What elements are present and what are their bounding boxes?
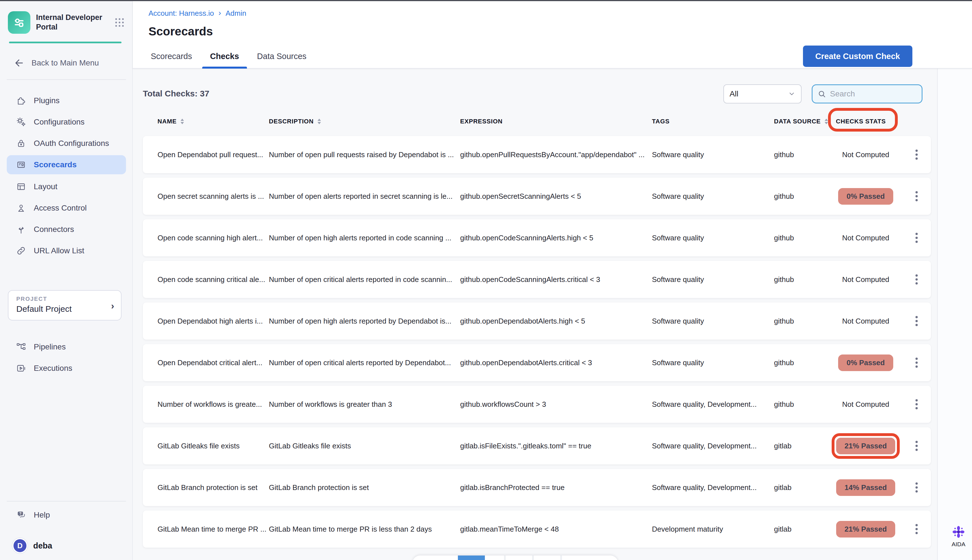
- filter-dropdown[interactable]: All: [723, 84, 802, 103]
- sidebar-item-help[interactable]: ? Help: [7, 505, 126, 525]
- create-custom-check-button[interactable]: Create Custom Check: [803, 45, 912, 67]
- user-menu[interactable]: D deba: [12, 538, 52, 553]
- sidebar-item-pipelines[interactable]: Pipelines: [7, 337, 126, 357]
- sort-icon[interactable]: [824, 118, 828, 125]
- total-checks-count: Total Checks: 37: [143, 89, 209, 98]
- sort-icon[interactable]: [317, 118, 321, 125]
- avatar: D: [12, 538, 28, 553]
- check-tags: Software quality: [652, 233, 767, 242]
- sidebar-item-url-allow-list[interactable]: URL Allow List: [7, 241, 126, 260]
- check-name: GitLab Branch protection is set: [143, 483, 269, 492]
- scorecard-icon: [16, 159, 27, 170]
- sidebar-item-layout[interactable]: Layout: [7, 177, 126, 196]
- check-data-source: github: [767, 192, 829, 201]
- sidebar-item-access-control[interactable]: Access Control: [7, 198, 126, 218]
- sort-icon[interactable]: [180, 118, 184, 125]
- search-icon: [818, 90, 826, 98]
- divider: [532, 555, 534, 560]
- aida-assistant-button[interactable]: AIDA: [946, 524, 971, 548]
- breadcrumb-admin-link[interactable]: Admin: [225, 9, 246, 18]
- check-description: Number of open high alerts reported by D…: [269, 317, 460, 325]
- table-row[interactable]: Open Dependabot critical alert... Number…: [143, 344, 931, 381]
- row-menu-kebab-icon[interactable]: [913, 230, 920, 245]
- check-data-source: github: [767, 275, 829, 284]
- row-menu-kebab-icon[interactable]: [913, 189, 920, 203]
- back-to-main-menu[interactable]: Back to Main Menu: [13, 57, 99, 68]
- sidebar-item-label: Connectors: [34, 225, 74, 234]
- row-menu-kebab-icon[interactable]: [913, 272, 920, 287]
- puzzle-icon: [16, 95, 27, 106]
- chevron-right-icon: ›: [219, 8, 221, 17]
- tab-data-sources[interactable]: Data Sources: [248, 44, 316, 68]
- check-name: Open secret scanning alerts is ...: [143, 192, 269, 201]
- check-expression: github.workflowsCount > 3: [460, 400, 652, 409]
- column-expression: EXPRESSION: [460, 118, 503, 125]
- page-header: Account: Harness.io › Admin Scorecards S…: [133, 1, 972, 68]
- check-tags: Software quality: [652, 275, 767, 284]
- table-row[interactable]: Open code scanning critical ale... Numbe…: [143, 261, 931, 298]
- check-expression: github.openCodeScanningAlerts.critical <…: [460, 275, 652, 284]
- executions-icon: [16, 363, 27, 373]
- table-row[interactable]: Open Dependabot high alerts i... Number …: [143, 302, 931, 340]
- divider: [560, 555, 562, 560]
- table-row[interactable]: GitLab Gitleaks file exists GitLab Gitle…: [143, 427, 931, 464]
- help-chat-icon: ?: [16, 510, 27, 520]
- check-description: Number of open pull requests raised by D…: [269, 150, 460, 159]
- pagination-active-page[interactable]: [458, 555, 485, 560]
- breadcrumb: Account: Harness.io › Admin: [149, 9, 246, 18]
- table-row[interactable]: Number of workflows is greate... Number …: [143, 386, 931, 423]
- check-expression: github.openDependabotAlerts.high < 5: [460, 317, 652, 325]
- row-menu-kebab-icon[interactable]: [913, 397, 920, 412]
- stats-badge: 21% Passed: [836, 521, 895, 538]
- check-stats: Not Computed: [829, 150, 902, 159]
- row-menu-kebab-icon[interactable]: [913, 480, 920, 495]
- check-description: GitLab Mean time to merge PR is less tha…: [269, 525, 460, 533]
- row-menu-kebab-icon[interactable]: [913, 314, 920, 328]
- sidebar-item-label: Plugins: [34, 96, 60, 105]
- table-row[interactable]: Open code scanning high alert... Number …: [143, 219, 931, 257]
- sidebar-item-plugins[interactable]: Plugins: [7, 91, 126, 110]
- row-menu-kebab-icon[interactable]: [913, 522, 920, 537]
- sidebar-item-configurations[interactable]: Configurations: [7, 112, 126, 132]
- stats-badge: 14% Passed: [836, 479, 895, 496]
- sidebar-item-connectors[interactable]: Connectors: [7, 220, 126, 239]
- check-description: GitLab Gitleaks file exists: [269, 442, 460, 450]
- stats-badge: 21% Passed: [836, 438, 895, 454]
- check-stats: Not Computed: [829, 233, 902, 242]
- sidebar-item-oauth-configurations[interactable]: OAuth Configurations: [7, 134, 126, 153]
- sidebar-item-scorecards[interactable]: Scorecards: [7, 155, 126, 174]
- connectors-icon: [16, 224, 27, 235]
- check-tags: Development maturity: [652, 525, 767, 533]
- table-row[interactable]: Open secret scanning alerts is ... Numbe…: [143, 178, 931, 215]
- table-row[interactable]: GitLab Branch protection is set GitLab B…: [143, 469, 931, 506]
- check-data-source: github: [767, 150, 829, 159]
- check-description: Number of workflows is greater than 3: [269, 400, 460, 409]
- app-switcher-grid-icon[interactable]: [114, 17, 125, 28]
- sidebar-item-executions[interactable]: Executions: [7, 359, 126, 378]
- lock-icon: [16, 138, 27, 149]
- search-input[interactable]: [830, 89, 909, 98]
- check-name: Open Dependabot pull request...: [143, 150, 269, 159]
- column-checks-stats: CHECKS STATS: [836, 118, 886, 125]
- row-menu-kebab-icon[interactable]: [913, 438, 920, 453]
- column-data-source: DATA SOURCE: [774, 118, 821, 125]
- brand-underline: [9, 42, 122, 43]
- check-data-source: gitlab: [767, 525, 829, 533]
- check-tags: Software quality: [652, 317, 767, 325]
- table-row[interactable]: GitLab Mean time to merge PR ... GitLab …: [143, 510, 931, 548]
- tab-scorecards[interactable]: Scorecards: [142, 44, 201, 68]
- table-row[interactable]: Open Dependabot pull request... Number o…: [143, 136, 931, 173]
- sidebar: Internal Developer Portal Back to Main M…: [0, 1, 133, 560]
- breadcrumb-account-link[interactable]: Account: Harness.io: [149, 9, 214, 18]
- link-icon: [16, 245, 27, 256]
- sidebar-item-label: Layout: [34, 182, 57, 191]
- row-menu-kebab-icon[interactable]: [913, 355, 920, 370]
- row-menu-kebab-icon[interactable]: [913, 147, 920, 162]
- project-name: Default Project: [16, 304, 72, 314]
- check-name: GitLab Gitleaks file exists: [143, 442, 269, 450]
- project-selector[interactable]: PROJECT Default Project ›: [8, 290, 122, 320]
- gears-icon: [16, 117, 27, 127]
- tab-checks[interactable]: Checks: [201, 44, 248, 68]
- help-label: Help: [34, 510, 50, 520]
- person-icon: [16, 203, 27, 213]
